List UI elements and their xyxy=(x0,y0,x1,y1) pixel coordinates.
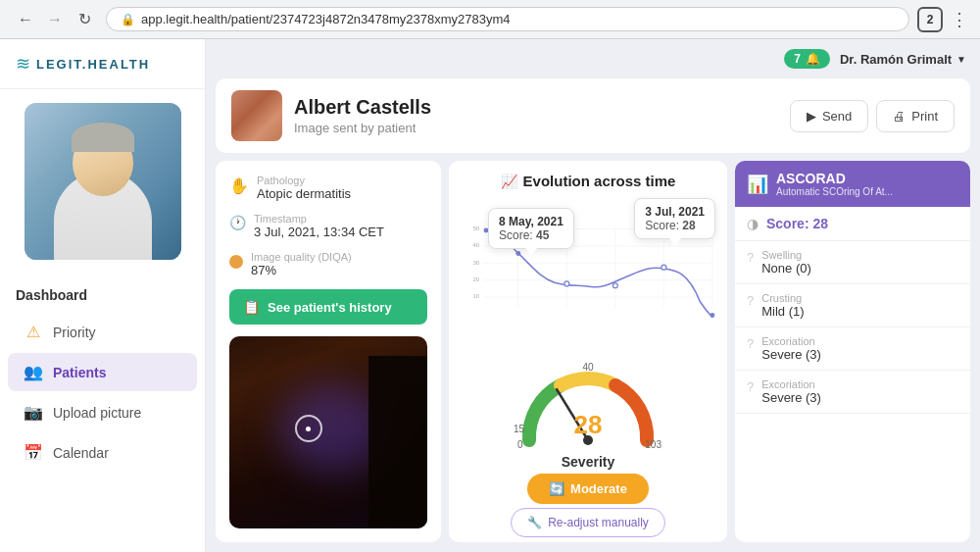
upload-icon: 📷 xyxy=(24,403,43,422)
gauge-label-15: 15 xyxy=(514,424,524,434)
severity-label: Severity xyxy=(562,454,614,470)
swelling-help-icon: ? xyxy=(747,250,754,265)
crusting-info: Crusting Mild (1) xyxy=(761,292,804,319)
back-button[interactable]: ← xyxy=(12,6,39,33)
svg-text:10: 10 xyxy=(472,292,479,299)
url-text: app.legit.health/patient/2374723j4872n34… xyxy=(141,12,511,26)
clock-icon: 🕐 xyxy=(229,215,246,230)
reload-button[interactable]: ↻ xyxy=(71,6,98,33)
logo-area: ≋ LEGIT.HEALTH xyxy=(0,39,205,89)
patient-name: Albert Castells xyxy=(294,96,431,119)
tooltip-left-date: 8 May, 2021 xyxy=(499,215,564,228)
sidebar-item-upload[interactable]: 📷 Upload picture xyxy=(8,393,197,431)
moderate-label: Moderate xyxy=(570,481,627,496)
forward-button[interactable]: → xyxy=(41,6,69,33)
send-label: Send xyxy=(822,109,852,124)
sidebar-item-upload-label: Upload picture xyxy=(53,405,141,421)
timestamp-row: 🕐 Timestamp 3 Jul, 2021, 13:34 CET xyxy=(229,213,427,239)
sidebar-item-patients[interactable]: 👥 Patients xyxy=(8,353,197,391)
sidebar-item-priority[interactable]: ⚠ Priority xyxy=(8,313,197,351)
quality-label: Image quality (DIQA) xyxy=(251,251,352,263)
svg-point-18 xyxy=(612,283,617,288)
send-icon: ▶ xyxy=(807,109,816,124)
doctor-name-text: Dr. Ramón Grimalt xyxy=(840,52,952,67)
calendar-icon: 📅 xyxy=(24,443,43,462)
timestamp-label: Timestamp xyxy=(254,213,384,225)
send-button[interactable]: ▶ Send xyxy=(790,100,868,132)
browser-chrome: ← → ↻ 🔒 app.legit.health/patient/2374723… xyxy=(0,0,980,39)
excoriation1-help-icon: ? xyxy=(747,336,754,351)
gauge-label-0: 0 xyxy=(517,439,523,450)
top-user-bar: 7 🔔 Dr. Ramón Grimalt ▼ xyxy=(216,49,970,71)
doctor-name-btn[interactable]: Dr. Ramón Grimalt ▼ xyxy=(840,52,966,67)
tooltip-right-date: 3 Jul, 2021 xyxy=(645,205,705,219)
gauge-label-40: 40 xyxy=(582,362,593,373)
sidebar: ≋ LEGIT.HEALTH Dashboard ⚠ Priority 👥 Pa… xyxy=(0,39,206,552)
history-button[interactable]: 📋 See patient's history xyxy=(229,289,427,325)
moderate-button[interactable]: 🔄 Moderate xyxy=(527,474,649,504)
svg-text:50: 50 xyxy=(472,225,479,231)
ascorad-item-excoriation1: ? Excoriation Severe (3) xyxy=(735,327,970,371)
svg-text:30: 30 xyxy=(472,259,479,266)
ascorad-title-area: ASCORAD Automatic SCOring Of At... xyxy=(776,171,893,197)
app-container: ≋ LEGIT.HEALTH Dashboard ⚠ Priority 👥 Pa… xyxy=(0,39,980,552)
notification-badge[interactable]: 7 🔔 xyxy=(784,49,830,69)
svg-point-19 xyxy=(662,265,666,270)
svg-text:40: 40 xyxy=(472,241,479,248)
patient-header-card: Albert Castells Image sent by patient ▶ … xyxy=(216,78,970,153)
swelling-info: Swelling None (0) xyxy=(761,249,811,276)
nav-section: Dashboard ⚠ Priority 👥 Patients 📷 Upload… xyxy=(0,274,205,481)
excoriation2-value: Severe (3) xyxy=(761,390,821,405)
bell-icon: 🔔 xyxy=(806,52,820,66)
gauge-container: 0 15 40 103 28 xyxy=(510,362,666,450)
pathology-row: ✋ Pathology Atopic dermatitis xyxy=(229,175,427,201)
chevron-down-icon: ▼ xyxy=(956,54,966,65)
ascorad-header: 📊 ASCORAD Automatic SCOring Of At... xyxy=(735,161,970,207)
svg-point-20 xyxy=(710,313,714,318)
menu-dots-icon[interactable]: ⋮ xyxy=(951,9,968,30)
moderate-icon: 🔄 xyxy=(549,481,564,496)
print-button[interactable]: 🖨 Print xyxy=(876,100,955,132)
svg-text:20: 20 xyxy=(472,276,479,282)
history-button-label: See patient's history xyxy=(268,300,392,315)
sidebar-item-calendar-label: Calendar xyxy=(53,445,109,461)
quality-row: Image quality (DIQA) 87% xyxy=(229,251,427,277)
ascorad-item-swelling: ? Swelling None (0) xyxy=(735,241,970,284)
tooltip-left-arrow xyxy=(525,248,537,256)
tooltip-right-arrow xyxy=(669,238,681,246)
ascorad-title: ASCORAD xyxy=(776,171,893,186)
print-icon: 🖨 xyxy=(893,109,906,124)
print-label: Print xyxy=(911,109,938,124)
score-circle-icon: ◑ xyxy=(747,216,759,231)
doctor-hair xyxy=(72,123,134,152)
timestamp-info: Timestamp 3 Jul, 2021, 13:34 CET xyxy=(254,213,384,239)
skin-circle-inner xyxy=(306,427,311,431)
pathology-info: Pathology Atopic dermatitis xyxy=(257,175,351,201)
middle-panel: 📈 Evolution across time 8 May, 2021 Scor… xyxy=(449,161,727,542)
logo-icon: ≋ xyxy=(16,53,30,75)
ascorad-score-row: ◑ Score: 28 xyxy=(735,207,970,241)
ascorad-item-crusting: ? Crusting Mild (1) xyxy=(735,284,970,327)
excoriation1-value: Severe (3) xyxy=(761,347,821,362)
history-icon: 📋 xyxy=(243,299,260,315)
sidebar-item-priority-label: Priority xyxy=(53,325,96,340)
svg-point-17 xyxy=(564,281,569,286)
patient-text-info: Albert Castells Image sent by patient xyxy=(294,96,431,135)
address-bar[interactable]: 🔒 app.legit.health/patient/2374723j4872n… xyxy=(106,7,909,31)
priority-icon: ⚠ xyxy=(24,323,43,341)
readjust-button[interactable]: 🔧 Re-adjust manually xyxy=(511,508,665,537)
svg-point-16 xyxy=(515,251,520,256)
crusting-help-icon: ? xyxy=(747,293,754,308)
notification-count: 7 xyxy=(794,52,801,66)
chart-area: 8 May, 2021 Score: 45 3 Jul, 2021 Score:… xyxy=(461,193,715,354)
excoriation2-label: Excoriation xyxy=(761,378,821,390)
sidebar-item-calendar[interactable]: 📅 Calendar xyxy=(8,433,197,472)
sidebar-item-patients-label: Patients xyxy=(53,365,106,380)
crusting-value: Mild (1) xyxy=(761,304,804,319)
logo-text: LEGIT.HEALTH xyxy=(36,57,150,72)
patient-subtitle: Image sent by patient xyxy=(294,121,431,135)
trend-icon: 📈 xyxy=(501,174,517,189)
ascorad-score-label: Score: 28 xyxy=(766,216,828,231)
pathology-value: Atopic dermatitis xyxy=(257,186,351,201)
gauge-area: 0 15 40 103 28 Severity 🔄 Moderate 🔧 xyxy=(461,358,715,537)
